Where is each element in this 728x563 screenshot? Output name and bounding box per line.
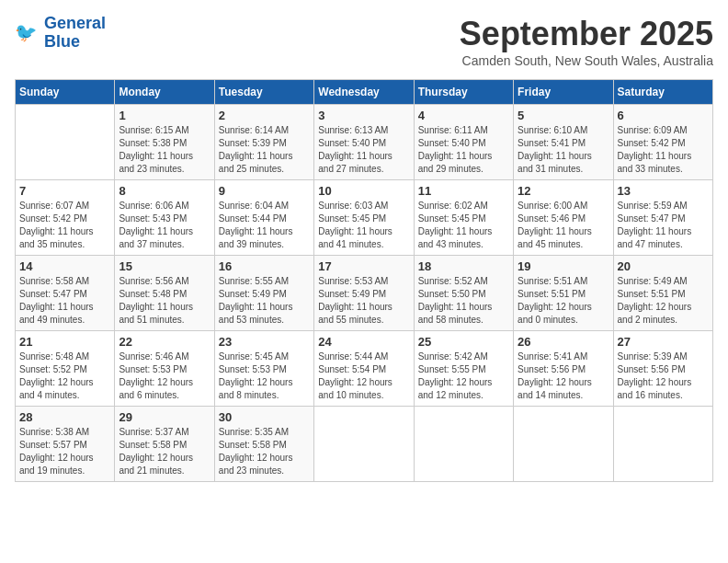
- day-number: 23: [219, 335, 310, 349]
- day-number: 8: [119, 184, 210, 198]
- location-subtitle: Camden South, New South Wales, Australia: [460, 53, 713, 68]
- calendar-cell: 26Sunrise: 5:41 AM Sunset: 5:56 PM Dayli…: [514, 331, 613, 407]
- day-sun-info: Sunrise: 6:06 AM Sunset: 5:43 PM Dayligh…: [119, 200, 210, 251]
- calendar-cell: 29Sunrise: 5:37 AM Sunset: 5:58 PM Dayli…: [115, 407, 214, 482]
- day-sun-info: Sunrise: 6:00 AM Sunset: 5:46 PM Dayligh…: [518, 200, 609, 251]
- weekday-header: Saturday: [613, 80, 712, 105]
- calendar-cell: 27Sunrise: 5:39 AM Sunset: 5:56 PM Dayli…: [613, 331, 712, 407]
- calendar-cell: 25Sunrise: 5:42 AM Sunset: 5:55 PM Dayli…: [414, 331, 513, 407]
- calendar-cell: [414, 407, 513, 482]
- calendar-cell: [16, 105, 115, 180]
- weekday-header: Friday: [514, 80, 613, 105]
- day-sun-info: Sunrise: 5:55 AM Sunset: 5:49 PM Dayligh…: [219, 275, 310, 327]
- calendar-cell: 13Sunrise: 5:59 AM Sunset: 5:47 PM Dayli…: [613, 180, 712, 256]
- day-number: 15: [119, 259, 210, 273]
- day-number: 30: [219, 410, 310, 424]
- day-sun-info: Sunrise: 6:02 AM Sunset: 5:45 PM Dayligh…: [418, 200, 509, 251]
- day-number: 7: [19, 184, 110, 198]
- calendar-cell: 1Sunrise: 6:15 AM Sunset: 5:38 PM Daylig…: [115, 105, 214, 180]
- day-sun-info: Sunrise: 6:14 AM Sunset: 5:39 PM Dayligh…: [219, 124, 310, 176]
- day-sun-info: Sunrise: 6:13 AM Sunset: 5:40 PM Dayligh…: [318, 124, 409, 176]
- day-number: 2: [219, 109, 310, 122]
- calendar-cell: 24Sunrise: 5:44 AM Sunset: 5:54 PM Dayli…: [314, 331, 414, 407]
- day-number: 18: [418, 259, 509, 273]
- day-sun-info: Sunrise: 5:52 AM Sunset: 5:50 PM Dayligh…: [418, 275, 509, 327]
- calendar-cell: 7Sunrise: 6:07 AM Sunset: 5:42 PM Daylig…: [16, 180, 115, 256]
- day-sun-info: Sunrise: 6:09 AM Sunset: 5:42 PM Dayligh…: [618, 124, 709, 176]
- day-sun-info: Sunrise: 5:42 AM Sunset: 5:55 PM Dayligh…: [418, 350, 509, 402]
- weekday-header: Wednesday: [314, 80, 414, 105]
- day-sun-info: Sunrise: 5:35 AM Sunset: 5:58 PM Dayligh…: [219, 426, 310, 477]
- calendar-table: SundayMondayTuesdayWednesdayThursdayFrid…: [15, 79, 713, 482]
- day-number: 25: [418, 335, 509, 349]
- header: 🐦 General Blue September 2025 Camden Sou…: [15, 15, 713, 68]
- day-sun-info: Sunrise: 5:59 AM Sunset: 5:47 PM Dayligh…: [618, 200, 709, 251]
- day-number: 3: [318, 109, 409, 122]
- day-number: 12: [518, 184, 609, 198]
- day-sun-info: Sunrise: 5:51 AM Sunset: 5:51 PM Dayligh…: [518, 275, 609, 327]
- calendar-cell: 17Sunrise: 5:53 AM Sunset: 5:49 PM Dayli…: [314, 256, 414, 331]
- calendar-week-row: 28Sunrise: 5:38 AM Sunset: 5:57 PM Dayli…: [16, 407, 713, 482]
- day-sun-info: Sunrise: 5:41 AM Sunset: 5:56 PM Dayligh…: [518, 350, 609, 402]
- calendar-cell: 18Sunrise: 5:52 AM Sunset: 5:50 PM Dayli…: [414, 256, 513, 331]
- day-number: 22: [119, 335, 210, 349]
- weekday-header-row: SundayMondayTuesdayWednesdayThursdayFrid…: [16, 80, 713, 105]
- day-sun-info: Sunrise: 6:03 AM Sunset: 5:45 PM Dayligh…: [318, 200, 409, 251]
- logo-icon: 🐦: [15, 20, 40, 46]
- day-number: 21: [19, 335, 110, 349]
- weekday-header: Monday: [115, 80, 214, 105]
- day-sun-info: Sunrise: 5:53 AM Sunset: 5:49 PM Dayligh…: [318, 275, 409, 327]
- calendar-cell: [314, 407, 414, 482]
- day-sun-info: Sunrise: 5:38 AM Sunset: 5:57 PM Dayligh…: [19, 426, 110, 477]
- day-number: 27: [618, 335, 709, 349]
- day-sun-info: Sunrise: 5:58 AM Sunset: 5:47 PM Dayligh…: [19, 275, 110, 327]
- calendar-cell: 10Sunrise: 6:03 AM Sunset: 5:45 PM Dayli…: [314, 180, 414, 256]
- day-sun-info: Sunrise: 5:37 AM Sunset: 5:58 PM Dayligh…: [119, 426, 210, 477]
- day-sun-info: Sunrise: 5:49 AM Sunset: 5:51 PM Dayligh…: [618, 275, 709, 327]
- calendar-cell: [613, 407, 712, 482]
- day-number: 19: [518, 259, 609, 273]
- day-number: 16: [219, 259, 310, 273]
- weekday-header: Thursday: [414, 80, 513, 105]
- logo: 🐦 General Blue: [15, 15, 106, 52]
- weekday-header: Tuesday: [214, 80, 313, 105]
- calendar-cell: 14Sunrise: 5:58 AM Sunset: 5:47 PM Dayli…: [16, 256, 115, 331]
- day-number: 13: [618, 184, 709, 198]
- day-number: 10: [318, 184, 409, 198]
- day-number: 1: [119, 109, 210, 122]
- day-number: 4: [418, 109, 509, 122]
- calendar-cell: 23Sunrise: 5:45 AM Sunset: 5:53 PM Dayli…: [214, 331, 313, 407]
- calendar-cell: 3Sunrise: 6:13 AM Sunset: 5:40 PM Daylig…: [314, 105, 414, 180]
- day-number: 11: [418, 184, 509, 198]
- day-sun-info: Sunrise: 5:56 AM Sunset: 5:48 PM Dayligh…: [119, 275, 210, 327]
- calendar-cell: 12Sunrise: 6:00 AM Sunset: 5:46 PM Dayli…: [514, 180, 613, 256]
- calendar-cell: 16Sunrise: 5:55 AM Sunset: 5:49 PM Dayli…: [214, 256, 313, 331]
- calendar-week-row: 21Sunrise: 5:48 AM Sunset: 5:52 PM Dayli…: [16, 331, 713, 407]
- day-sun-info: Sunrise: 5:44 AM Sunset: 5:54 PM Dayligh…: [318, 350, 409, 402]
- calendar-cell: 4Sunrise: 6:11 AM Sunset: 5:40 PM Daylig…: [414, 105, 513, 180]
- calendar-cell: 19Sunrise: 5:51 AM Sunset: 5:51 PM Dayli…: [514, 256, 613, 331]
- day-number: 29: [119, 410, 210, 424]
- day-number: 17: [318, 259, 409, 273]
- title-area: September 2025 Camden South, New South W…: [460, 15, 713, 68]
- day-sun-info: Sunrise: 6:04 AM Sunset: 5:44 PM Dayligh…: [219, 200, 310, 251]
- day-number: 20: [618, 259, 709, 273]
- day-number: 26: [518, 335, 609, 349]
- day-sun-info: Sunrise: 6:15 AM Sunset: 5:38 PM Dayligh…: [119, 124, 210, 176]
- calendar-week-row: 7Sunrise: 6:07 AM Sunset: 5:42 PM Daylig…: [16, 180, 713, 256]
- month-title: September 2025: [460, 15, 713, 53]
- weekday-header: Sunday: [16, 80, 115, 105]
- day-number: 9: [219, 184, 310, 198]
- day-sun-info: Sunrise: 5:39 AM Sunset: 5:56 PM Dayligh…: [618, 350, 709, 402]
- day-number: 24: [318, 335, 409, 349]
- logo-text: General Blue: [44, 15, 106, 52]
- calendar-cell: 5Sunrise: 6:10 AM Sunset: 5:41 PM Daylig…: [514, 105, 613, 180]
- calendar-cell: 11Sunrise: 6:02 AM Sunset: 5:45 PM Dayli…: [414, 180, 513, 256]
- calendar-cell: 8Sunrise: 6:06 AM Sunset: 5:43 PM Daylig…: [115, 180, 214, 256]
- day-sun-info: Sunrise: 6:07 AM Sunset: 5:42 PM Dayligh…: [19, 200, 110, 251]
- calendar-cell: 21Sunrise: 5:48 AM Sunset: 5:52 PM Dayli…: [16, 331, 115, 407]
- day-number: 5: [518, 109, 609, 122]
- calendar-cell: 2Sunrise: 6:14 AM Sunset: 5:39 PM Daylig…: [214, 105, 313, 180]
- day-number: 14: [19, 259, 110, 273]
- calendar-week-row: 1Sunrise: 6:15 AM Sunset: 5:38 PM Daylig…: [16, 105, 713, 180]
